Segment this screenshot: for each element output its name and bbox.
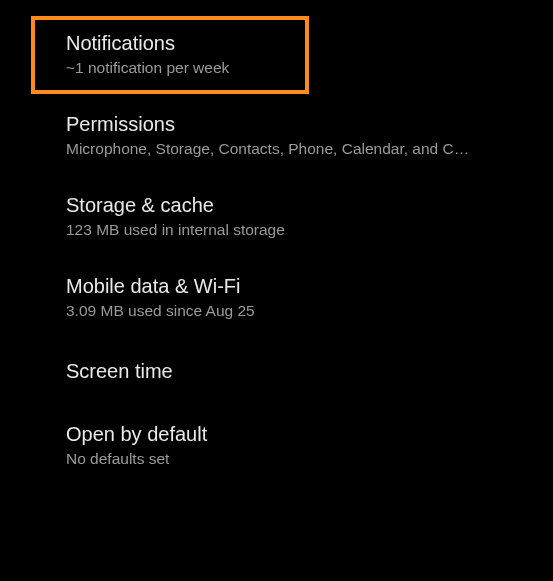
settings-item-open-by-default[interactable]: Open by default No defaults set <box>0 405 553 486</box>
settings-list: Notifications ~1 notification per week P… <box>0 0 553 486</box>
settings-item-permissions[interactable]: Permissions Microphone, Storage, Contact… <box>0 95 553 176</box>
settings-item-storage-cache[interactable]: Storage & cache 123 MB used in internal … <box>0 176 553 257</box>
settings-item-title: Permissions <box>66 113 553 136</box>
settings-item-title: Mobile data & Wi-Fi <box>66 275 553 298</box>
settings-item-title: Notifications <box>66 32 553 55</box>
settings-item-title: Open by default <box>66 423 553 446</box>
settings-item-subtitle: 123 MB used in internal storage <box>66 221 531 239</box>
settings-item-subtitle: No defaults set <box>66 450 531 468</box>
settings-item-screen-time[interactable]: Screen time <box>0 338 553 405</box>
settings-item-title: Screen time <box>66 360 553 383</box>
settings-item-title: Storage & cache <box>66 194 553 217</box>
settings-item-subtitle: 3.09 MB used since Aug 25 <box>66 302 531 320</box>
settings-item-subtitle: Microphone, Storage, Contacts, Phone, Ca… <box>66 140 531 158</box>
app-info-settings: Notifications ~1 notification per week P… <box>0 0 553 581</box>
settings-item-notifications[interactable]: Notifications ~1 notification per week <box>0 14 553 95</box>
settings-item-mobile-data-wifi[interactable]: Mobile data & Wi-Fi 3.09 MB used since A… <box>0 257 553 338</box>
settings-item-subtitle: ~1 notification per week <box>66 59 531 77</box>
